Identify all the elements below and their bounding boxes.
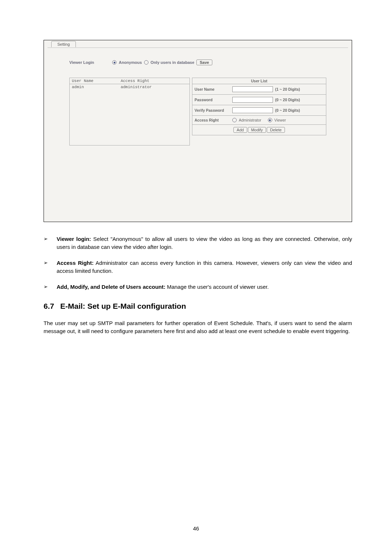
viewer-login-label: Viewer Login [69, 60, 94, 65]
page-number: 46 [0, 525, 392, 532]
radio-administrator[interactable] [232, 118, 237, 122]
tab-setting[interactable]: Setting [51, 41, 76, 47]
delete-button[interactable]: Delete [267, 127, 285, 133]
radio-viewer[interactable] [268, 118, 272, 122]
section-paragraph: The user may set up SMTP mail parameters… [44, 319, 352, 335]
td-access-right: administrator [118, 84, 189, 145]
td-user-name: admin [70, 84, 118, 145]
hint-password: (0 ~ 20 Digits) [275, 98, 323, 102]
th-access-right: Access Right [118, 78, 189, 84]
radio-only-db[interactable] [144, 60, 148, 65]
input-user-name[interactable] [232, 86, 273, 92]
hint-verify-password: (0 ~ 20 Digits) [275, 108, 323, 112]
modify-button[interactable]: Modify [248, 127, 266, 133]
label-user-name: User Name [195, 87, 230, 91]
user-table: User Name Access Right admin administrat… [69, 78, 190, 145]
input-password[interactable] [232, 97, 273, 103]
bullet-arrow-icon: ➢ [44, 283, 49, 291]
user-list-panel: User List User Name (1 ~ 20 Digits) Pass… [192, 78, 326, 145]
bullet-list: ➢ Viewer login: Select "Anonymous" to al… [44, 235, 352, 291]
bullet-arrow-icon: ➢ [44, 235, 49, 251]
input-verify-password[interactable] [232, 107, 273, 113]
add-button[interactable]: Add [233, 127, 247, 133]
label-password: Password [195, 98, 230, 102]
radio-anonymous-label: Anonymous [119, 60, 142, 65]
label-verify-password: Verify Password [195, 108, 230, 112]
label-access-right: Access Right [195, 118, 230, 122]
radio-only-db-label: Only users in database [151, 60, 194, 65]
radio-anonymous[interactable] [112, 60, 117, 65]
hint-user-name: (1 ~ 20 Digits) [275, 87, 323, 91]
radio-administrator-label: Administrator [239, 118, 261, 122]
bullet-access-right: Access Right: Administrator can access e… [57, 259, 352, 275]
bullet-viewer-login: Viewer login: Select "Anonymous" to allo… [57, 235, 352, 251]
th-user-name: User Name [70, 78, 118, 84]
radio-viewer-label: Viewer [274, 118, 286, 122]
section-heading: 6.7E-Mail: Set up E-Mail configuration [44, 302, 352, 311]
user-list-title: User List [192, 78, 326, 84]
settings-screenshot: Setting Viewer Login Anonymous Only user… [44, 40, 352, 222]
bullet-add-modify-delete: Add, Modify, and Delete of Users account… [57, 283, 352, 291]
bullet-arrow-icon: ➢ [44, 259, 49, 275]
save-button[interactable]: Save [196, 59, 212, 65]
